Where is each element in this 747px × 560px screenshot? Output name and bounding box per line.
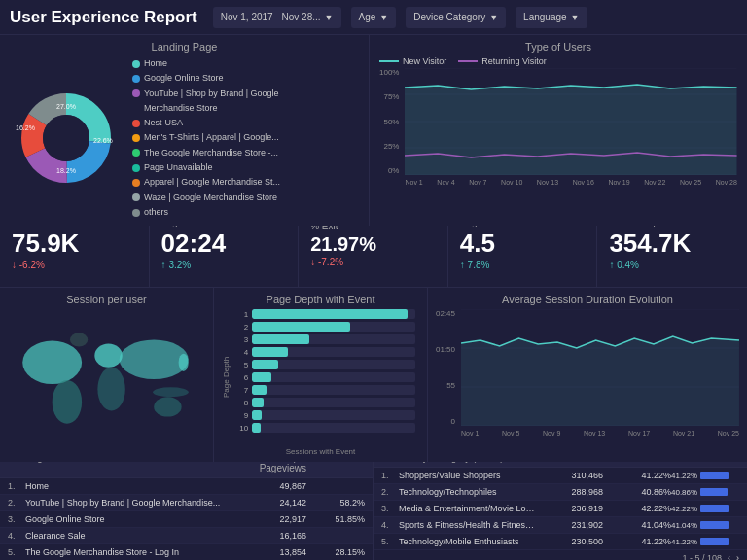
bar-row-10: 10 bbox=[239, 423, 415, 433]
svg-text:27.0%: 27.0% bbox=[56, 103, 76, 110]
right-table-row: 5. Technology/Mobile Enthusiasts 230,500… bbox=[374, 534, 747, 550]
left-table-row: 2. YouTube | Shop by Brand | Google Merc… bbox=[0, 495, 373, 511]
legend-item-waze: Waze | Google Merchandise Store bbox=[132, 191, 280, 205]
header: User Experience Report Nov 1, 2017 - Nov… bbox=[0, 0, 747, 35]
legend-item-nest: Nest-USA bbox=[132, 116, 280, 130]
svg-text:22.6%: 22.6% bbox=[93, 137, 113, 144]
legend-item-apparel: Apparel | Google Merchandise St... bbox=[132, 175, 280, 190]
y-axis-labels: 100% 75% 50% 25% 0% bbox=[379, 68, 401, 175]
legend-new-visitor: New Visitor bbox=[379, 56, 446, 66]
kpi-goal-change: ↑ 0.4% bbox=[609, 260, 735, 270]
age-filter[interactable]: Age ▼ bbox=[351, 7, 397, 28]
bar-row-4: 4 bbox=[239, 347, 415, 357]
svg-marker-16 bbox=[405, 85, 737, 175]
page-depth-title: Page Depth with Event bbox=[222, 294, 419, 305]
avg-session-title: Average Session Duration Evolution bbox=[436, 294, 739, 305]
svg-text:18.2%: 18.2% bbox=[56, 167, 76, 174]
kpi-exit-change: ↓ -7.2% bbox=[310, 257, 436, 267]
session-per-user-panel: Session per user bbox=[0, 288, 214, 462]
legend-item-merch-store: The Google Merchandise Store -... bbox=[132, 146, 280, 160]
left-table-panel: Page Title Unique Pageviews Page Title U… bbox=[0, 448, 374, 560]
legend-item-others: others bbox=[132, 205, 280, 220]
left-table-row: 5. The Google Merchandise Store - Log In… bbox=[0, 544, 373, 560]
legend-returning-visitor: Returning Visitor bbox=[458, 56, 546, 66]
landing-page-panel: Landing Page 27.0% 22.6 bbox=[0, 35, 370, 226]
avg-session-y-labels: 02:45 01:50 55 0 bbox=[436, 309, 457, 426]
chevron-down-icon: ▼ bbox=[325, 13, 334, 22]
bar-row-6: 6 bbox=[239, 372, 415, 382]
page-title: User Experience Report bbox=[10, 8, 197, 27]
page-depth-panel: Page Depth with Event Page Depth 1 2 3 bbox=[214, 288, 428, 462]
avg-session-svg bbox=[461, 309, 739, 426]
right-table-row: 1. Shoppers/Value Shoppers 310,466 41.22… bbox=[374, 468, 747, 484]
bar-row-2: 2 bbox=[239, 322, 415, 332]
left-table-row: 1. Home 49,867 bbox=[0, 478, 373, 495]
avg-session-x-labels: Nov 1Nov 5Nov 9Nov 13 Nov 17Nov 21Nov 25 bbox=[461, 430, 739, 437]
svg-point-25 bbox=[153, 387, 189, 397]
chevron-down-icon: ▼ bbox=[379, 13, 388, 22]
kpi-session-value: 02:24 bbox=[161, 229, 287, 258]
svg-point-17 bbox=[22, 340, 82, 384]
svg-point-19 bbox=[94, 343, 122, 367]
left-table-body: 1. Home 49,867 2. YouTube | Shop by Bran… bbox=[0, 478, 373, 560]
bar-row-5: 5 bbox=[239, 360, 415, 369]
page-depth-y-label: Page Depth bbox=[222, 309, 235, 445]
type-of-users-svg bbox=[405, 68, 737, 175]
right-prev-page-button[interactable]: ‹ bbox=[728, 553, 730, 560]
bar-row-3: 3 bbox=[239, 334, 415, 344]
svg-point-18 bbox=[53, 380, 82, 424]
row3: Session per user bbox=[0, 288, 747, 448]
avg-session-duration-panel: Average Session Duration Evolution 02:45… bbox=[428, 288, 747, 462]
type-of-users-chart: 100% 75% 50% 25% 0% bbox=[379, 68, 737, 186]
right-table-row: 4. Sports & Fitness/Health & Fitness B..… bbox=[374, 517, 747, 534]
page-depth-bars: 1 2 3 4 5 bbox=[235, 309, 419, 445]
bar-row-8: 8 bbox=[239, 398, 415, 407]
svg-point-23 bbox=[70, 332, 88, 346]
session-per-user-title: Session per user bbox=[8, 294, 205, 305]
legend-item-home: Home bbox=[132, 56, 280, 71]
legend-item-unavailable: Page Unavailable bbox=[132, 160, 280, 175]
right-table-panel: Affinity Category (reach) Event Value ▼ … bbox=[374, 448, 747, 560]
legend-item-tshirts: Men's T-Shirts | Apparel | Google... bbox=[132, 130, 280, 145]
chevron-down-icon: ▼ bbox=[571, 13, 580, 22]
kpi-users-change: ↓ -6.2% bbox=[12, 260, 137, 270]
x-axis-labels: Nov 1Nov 4Nov 7Nov 10 Nov 13Nov 16Nov 19… bbox=[405, 179, 737, 186]
right-table-row: 2. Technology/Technophiles 288,968 40.86… bbox=[374, 484, 747, 501]
kpi-users-value: 75.9K bbox=[12, 229, 137, 258]
device-filter[interactable]: Device Category ▼ bbox=[406, 7, 506, 28]
bar-row-9: 9 bbox=[239, 410, 415, 420]
svg-point-20 bbox=[97, 368, 124, 411]
date-filter[interactable]: Nov 1, 2017 - Nov 28... ▼ bbox=[213, 7, 341, 28]
right-table-pagination: 1 - 5 / 108 ‹ › bbox=[374, 550, 747, 560]
svg-text:16.2%: 16.2% bbox=[16, 124, 35, 131]
landing-page-legend: Home Google Online Store YouTube | Shop … bbox=[132, 56, 280, 220]
svg-point-24 bbox=[179, 354, 189, 371]
legend-item-google-store: Google Online Store bbox=[132, 71, 280, 86]
kpi-exit-value: 21.97% bbox=[310, 233, 436, 255]
right-table-body: 1. Shoppers/Value Shoppers 310,466 41.22… bbox=[374, 468, 747, 550]
main-grid: Landing Page 27.0% 22.6 bbox=[0, 35, 747, 560]
kpi-pages-change: ↑ 7.8% bbox=[460, 260, 586, 270]
kpi-goal-value: 354.7K bbox=[609, 229, 735, 258]
kpi-session-change: ↑ 3.2% bbox=[161, 260, 287, 270]
donut-container: 27.0% 22.6% 18.2% 16.2% Home Google Onli… bbox=[8, 56, 361, 220]
row1: Landing Page 27.0% 22.6 bbox=[0, 35, 747, 200]
right-table-row: 3. Media & Entertainment/Movie Lovers 23… bbox=[374, 501, 747, 517]
type-of-users-legend: New Visitor Returning Visitor bbox=[379, 56, 737, 66]
row4: Page Title Unique Pageviews Page Title U… bbox=[0, 448, 747, 560]
svg-point-6 bbox=[43, 115, 89, 161]
type-of-users-title: Type of Users bbox=[379, 41, 737, 52]
type-of-users-panel: Type of Users New Visitor Returning Visi… bbox=[370, 35, 747, 226]
left-table-row: 4. Clearance Sale 16,166 bbox=[0, 528, 373, 544]
chevron-down-icon: ▼ bbox=[489, 13, 498, 22]
world-map-svg bbox=[8, 309, 205, 445]
language-filter[interactable]: Language ▼ bbox=[516, 7, 587, 28]
bar-row-1: 1 bbox=[239, 309, 415, 319]
svg-point-21 bbox=[120, 339, 189, 379]
landing-page-title: Landing Page bbox=[8, 41, 361, 52]
svg-point-22 bbox=[154, 397, 181, 416]
left-table-row: 3. Google Online Store 22,917 51.85% bbox=[0, 511, 373, 528]
donut-chart: 27.0% 22.6% 18.2% 16.2% bbox=[8, 80, 124, 196]
right-next-page-button[interactable]: › bbox=[736, 553, 739, 560]
bar-row-7: 7 bbox=[239, 385, 415, 395]
